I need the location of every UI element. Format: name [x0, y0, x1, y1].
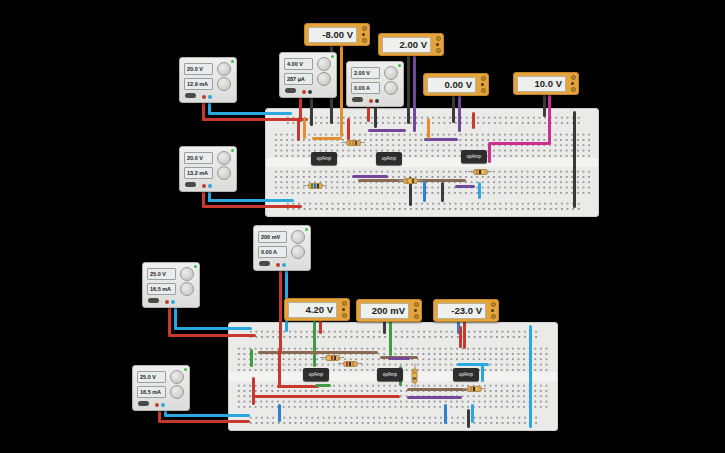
wire-red[interactable] — [459, 326, 462, 348]
voltage-knob[interactable] — [217, 151, 231, 165]
opamp-chip[interactable]: opAmp — [311, 152, 337, 165]
wire-green[interactable] — [389, 319, 392, 356]
wire-cyan[interactable] — [481, 365, 484, 382]
wire-red[interactable] — [168, 334, 256, 337]
multimeter[interactable]: 0.00 V — [423, 73, 489, 96]
wire-orange[interactable] — [303, 118, 306, 139]
opamp-chip[interactable]: opAmp — [376, 152, 402, 165]
wire-red[interactable] — [252, 377, 255, 405]
wire-orange[interactable] — [340, 44, 343, 137]
voltage-knob[interactable] — [384, 66, 398, 80]
current-knob[interactable] — [217, 166, 231, 180]
wire-red[interactable] — [202, 118, 308, 121]
power-switch[interactable] — [138, 401, 149, 406]
power-supply[interactable]: 2.00 V0.00 A — [346, 61, 404, 107]
wire-black[interactable] — [310, 94, 313, 126]
wire-black[interactable] — [407, 54, 410, 124]
opamp-chip[interactable]: opAmp — [461, 150, 487, 163]
power-supply[interactable]: 200 mV0.00 A — [253, 225, 311, 271]
terminal-positive[interactable] — [302, 90, 306, 94]
wire-black[interactable] — [543, 93, 546, 117]
resistor[interactable] — [462, 385, 486, 392]
terminal-negative[interactable] — [208, 184, 212, 188]
wire-green[interactable] — [315, 384, 331, 387]
terminal-negative[interactable] — [375, 99, 379, 103]
terminal-positive[interactable] — [202, 184, 206, 188]
wire-purple[interactable] — [407, 396, 462, 399]
voltage-knob[interactable] — [317, 57, 331, 71]
wire-black[interactable] — [573, 111, 576, 208]
wire-magenta[interactable] — [488, 142, 491, 163]
power-supply[interactable]: 4.00 V287 µA — [279, 52, 337, 98]
wire-red[interactable] — [279, 267, 282, 353]
wire-purple[interactable] — [458, 94, 461, 132]
resistor[interactable] — [341, 139, 365, 146]
terminal-positive[interactable] — [155, 403, 159, 407]
power-switch[interactable] — [259, 261, 270, 266]
wire-green[interactable] — [250, 349, 253, 367]
current-knob[interactable] — [384, 81, 398, 95]
resistor[interactable] — [338, 360, 362, 367]
voltage-knob[interactable] — [180, 267, 194, 281]
multimeter[interactable]: 200 mV — [356, 299, 422, 322]
current-knob[interactable] — [317, 72, 331, 86]
wire-magenta[interactable] — [548, 93, 551, 145]
voltage-knob[interactable] — [170, 370, 184, 384]
terminal-positive[interactable] — [369, 99, 373, 103]
wire-red[interactable] — [278, 349, 281, 387]
terminal-negative[interactable] — [308, 90, 312, 94]
terminal-negative[interactable] — [161, 403, 165, 407]
wire-purple[interactable] — [455, 185, 475, 188]
multimeter[interactable]: -8.00 V — [304, 23, 370, 46]
terminal-positive[interactable] — [165, 300, 169, 304]
power-switch[interactable] — [352, 97, 363, 102]
wire-red[interactable] — [463, 319, 466, 349]
multimeter[interactable]: 2.00 V — [378, 33, 444, 56]
wire-orange[interactable] — [312, 137, 342, 140]
wire-black[interactable] — [467, 409, 470, 428]
wire-blue[interactable] — [278, 404, 281, 422]
multimeter[interactable]: -23.0 V — [433, 299, 499, 322]
resistor[interactable] — [398, 177, 422, 184]
current-knob[interactable] — [170, 385, 184, 399]
wire-red[interactable] — [319, 319, 322, 334]
multimeter[interactable]: 4.20 V — [284, 298, 350, 321]
power-switch[interactable] — [148, 298, 159, 303]
wire-black[interactable] — [452, 94, 455, 123]
resistor[interactable] — [412, 364, 419, 388]
wire-cyan[interactable] — [529, 325, 532, 428]
wire-red[interactable] — [158, 420, 250, 423]
wire-red[interactable] — [347, 118, 350, 140]
power-supply[interactable]: 25.0 V16.5 mA — [142, 262, 200, 308]
current-knob[interactable] — [217, 77, 231, 91]
current-knob[interactable] — [180, 282, 194, 296]
opamp-chip[interactable]: opAmp — [453, 368, 479, 381]
wire-magenta[interactable] — [489, 142, 549, 145]
wire-cyan[interactable] — [208, 112, 292, 115]
power-supply[interactable]: 20.0 V12.9 mA — [179, 57, 237, 103]
resistor[interactable] — [468, 168, 492, 175]
wire-green[interactable] — [313, 319, 316, 367]
wire-red[interactable] — [297, 118, 300, 141]
terminal-negative[interactable] — [208, 95, 212, 99]
wire-red[interactable] — [252, 395, 400, 398]
wire-purple[interactable] — [388, 357, 410, 360]
wire-purple[interactable] — [368, 129, 406, 132]
opamp-chip[interactable]: opAmp — [303, 368, 329, 381]
opamp-chip[interactable]: opAmp — [377, 368, 403, 381]
power-supply[interactable]: 20.0 V13.2 mA — [179, 146, 237, 192]
wire-cyan[interactable] — [457, 363, 489, 366]
wire-blue[interactable] — [423, 181, 426, 202]
current-knob[interactable] — [291, 245, 305, 259]
power-switch[interactable] — [185, 182, 196, 187]
wire-black[interactable] — [441, 182, 444, 202]
wire-blue[interactable] — [444, 404, 447, 424]
wire-orange[interactable] — [427, 118, 430, 139]
wire-red[interactable] — [277, 385, 319, 388]
power-switch[interactable] — [185, 93, 196, 98]
voltage-knob[interactable] — [291, 230, 305, 244]
wire-cyan[interactable] — [478, 182, 481, 199]
wire-purple[interactable] — [352, 175, 388, 178]
wire-red[interactable] — [472, 112, 475, 129]
wire-purple[interactable] — [413, 54, 416, 132]
